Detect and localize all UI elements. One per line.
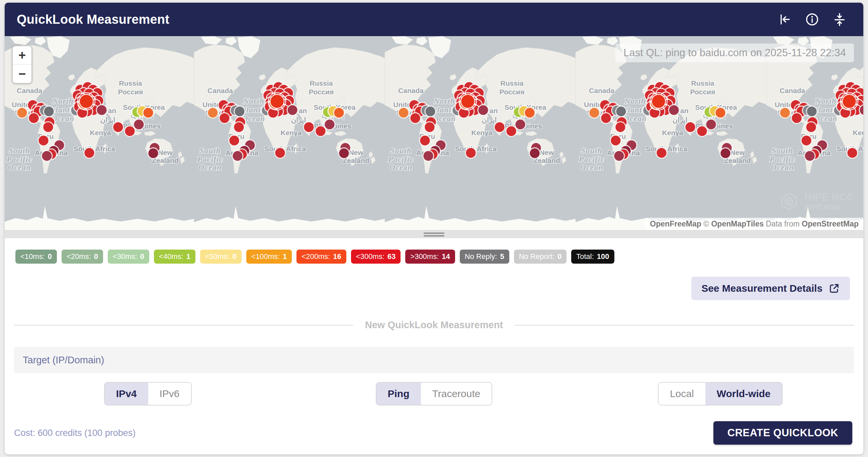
zoom-in-button[interactable]: + bbox=[13, 46, 31, 65]
probe-dot bbox=[324, 119, 335, 130]
legend-badge-count: 0 bbox=[48, 252, 52, 261]
probe-dot bbox=[270, 94, 284, 108]
svg-text:Россия: Россия bbox=[500, 88, 525, 96]
probe-dot bbox=[275, 148, 285, 158]
ip-version-toggle: IPv4IPv6 bbox=[104, 382, 192, 405]
probe-dot bbox=[506, 126, 517, 136]
probe-dot bbox=[28, 113, 39, 124]
probe-dot bbox=[842, 94, 856, 108]
legend-badge: <40ms:1 bbox=[154, 250, 195, 264]
svg-text:South: South bbox=[9, 146, 30, 155]
svg-text:Kenya: Kenya bbox=[90, 129, 111, 136]
svg-text:Canada: Canada bbox=[780, 87, 805, 94]
svg-text:New: New bbox=[349, 149, 363, 156]
attribution-text: Data from bbox=[764, 220, 802, 228]
svg-text:New: New bbox=[730, 149, 745, 156]
legend-badge-count: 0 bbox=[94, 252, 98, 261]
probe-dot bbox=[706, 119, 716, 130]
svg-text:New: New bbox=[539, 149, 554, 156]
header-actions bbox=[777, 12, 847, 27]
probe-dot bbox=[234, 106, 245, 117]
latency-legend: <10ms:0<20ms:0<30ms:0<40ms:1<50ms:0<100m… bbox=[5, 238, 863, 264]
probe-dot bbox=[315, 126, 326, 136]
zoom-out-button[interactable]: − bbox=[13, 65, 31, 83]
probe-dot bbox=[420, 135, 430, 146]
measurement-type-toggle: PingTraceroute bbox=[376, 382, 493, 405]
attribution-link[interactable]: OpenMapTiles bbox=[711, 220, 764, 228]
page-title: QuickLook Measurement bbox=[17, 12, 169, 27]
card-header: QuickLook Measurement bbox=[5, 3, 863, 36]
svg-text:Ocean: Ocean bbox=[771, 163, 794, 172]
probe-dot bbox=[133, 119, 144, 130]
svg-text:New: New bbox=[158, 149, 173, 156]
legend-badge-label: <100ms: bbox=[251, 252, 280, 261]
probe-dot bbox=[143, 107, 154, 118]
svg-text:South: South bbox=[390, 146, 411, 155]
svg-text:Ocean: Ocean bbox=[8, 163, 31, 172]
see-measurement-details-button[interactable]: See Measurement Details bbox=[691, 277, 850, 300]
probe-dot bbox=[43, 106, 54, 117]
map-resize-handle[interactable] bbox=[5, 230, 863, 238]
svg-text:Canada: Canada bbox=[17, 87, 42, 94]
svg-text:Russia: Russia bbox=[119, 79, 142, 87]
probe-dot bbox=[614, 151, 624, 161]
probe-dot bbox=[84, 148, 95, 158]
attribution-link[interactable]: OpenStreetMap bbox=[802, 220, 859, 228]
measurement-type-toggle-option-ping[interactable]: Ping bbox=[376, 383, 421, 405]
legend-badge-count: 0 bbox=[232, 252, 237, 261]
legend-badge-label: Total: bbox=[576, 252, 594, 261]
legend-badge-label: >300ms: bbox=[410, 252, 439, 261]
probe-dot bbox=[494, 122, 505, 132]
svg-text:Ocean: Ocean bbox=[580, 163, 603, 172]
world-map[interactable]: CanadaRussiaРоссияUnitedStatesNorthAtlan… bbox=[5, 36, 863, 230]
svg-text:Russia: Russia bbox=[501, 79, 524, 87]
svg-text:Россия: Россия bbox=[309, 88, 334, 96]
probe-dot bbox=[339, 148, 349, 159]
probe-dot bbox=[478, 105, 489, 116]
probe-dot bbox=[780, 107, 790, 118]
divider-title: New QuickLook Measurement bbox=[365, 320, 503, 330]
legend-badge: <100ms:1 bbox=[246, 250, 292, 264]
svg-text:Kenya: Kenya bbox=[471, 129, 492, 136]
measurement-type-toggle-option-traceroute[interactable]: Traceroute bbox=[421, 383, 492, 405]
legend-badge-label: No Reply: bbox=[465, 252, 497, 261]
legend-badge: <30ms:0 bbox=[108, 250, 149, 264]
collapse-left-icon[interactable] bbox=[777, 12, 793, 27]
create-quicklook-button[interactable]: CREATE QUICKLOOK bbox=[713, 421, 852, 445]
probe-dot bbox=[410, 113, 421, 124]
svg-text:Pacific: Pacific bbox=[388, 155, 413, 164]
probe-dot bbox=[287, 105, 298, 116]
probe-dot bbox=[524, 107, 535, 118]
attribution-text: © bbox=[701, 220, 711, 228]
scope-toggle-option-world-wide[interactable]: World-wide bbox=[705, 383, 782, 405]
svg-text:North: North bbox=[433, 97, 455, 105]
external-link-icon bbox=[829, 283, 840, 294]
probe-dot bbox=[334, 107, 344, 118]
svg-text:Canada: Canada bbox=[208, 87, 233, 94]
attribution-link[interactable]: OpenFreeMap bbox=[650, 220, 701, 228]
legend-badge: Total:100 bbox=[571, 250, 614, 264]
svg-text:Russia: Russia bbox=[691, 79, 714, 87]
probe-dot bbox=[234, 122, 244, 132]
probe-dot bbox=[847, 148, 858, 158]
svg-text:North: North bbox=[815, 97, 837, 105]
probe-dot bbox=[304, 122, 314, 132]
svg-text:Canada: Canada bbox=[398, 87, 424, 94]
probe-dot bbox=[615, 122, 626, 132]
ip-version-toggle-option-ipv6[interactable]: IPv6 bbox=[148, 383, 191, 405]
probe-dot bbox=[229, 135, 240, 146]
info-icon[interactable] bbox=[804, 12, 820, 27]
collapse-vertical-icon[interactable] bbox=[832, 12, 847, 27]
target-input[interactable] bbox=[14, 347, 854, 373]
probe-dot bbox=[38, 135, 49, 146]
scope-toggle-option-local[interactable]: Local bbox=[658, 383, 705, 405]
svg-text:South: South bbox=[581, 146, 602, 155]
probe-dot bbox=[589, 107, 600, 118]
probe-dot bbox=[804, 151, 815, 161]
legend-badge: <200ms:16 bbox=[297, 250, 346, 264]
legend-badge-count: 1 bbox=[283, 252, 287, 261]
legend-badge-count: 1 bbox=[186, 252, 190, 261]
svg-text:Ocean: Ocean bbox=[390, 163, 412, 172]
ip-version-toggle-option-ipv4[interactable]: IPv4 bbox=[105, 383, 148, 405]
drag-handle-icon bbox=[424, 231, 444, 238]
